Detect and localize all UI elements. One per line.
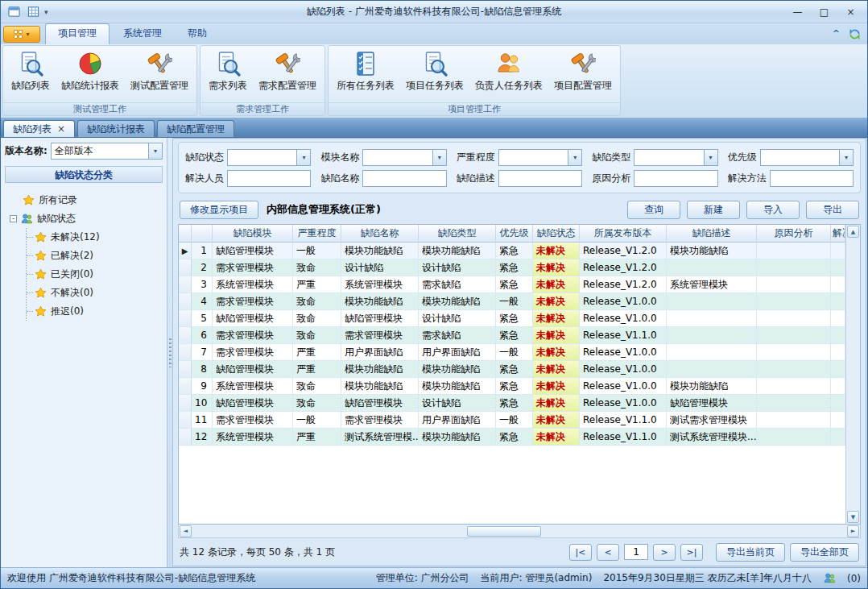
new-button[interactable]: 新建 [687,201,740,219]
defect-list-button[interactable]: 缺陷列表 [6,48,56,102]
filter-defect-type-field[interactable] [634,150,703,165]
filter-priority-input[interactable]: ▾ [760,149,854,166]
page-next-button[interactable]: > [653,544,676,561]
filter-resolver-field[interactable] [228,171,310,186]
grid-view-icon[interactable] [25,5,41,19]
tree-all-records[interactable]: 所有记录 [6,191,161,209]
hscroll-track[interactable] [192,526,846,537]
defect-report-button[interactable]: 缺陷统计报表 [56,48,125,102]
filter-cause-analysis-field[interactable] [634,171,717,186]
filter-defect-type-input[interactable]: ▾ [634,149,717,166]
filter-defect-name-input[interactable] [362,170,446,187]
header-col-solution[interactable]: 解决方法 [831,225,845,243]
page-prev-button[interactable]: < [597,544,619,561]
filter-priority-field[interactable] [761,150,839,165]
query-button[interactable]: 查询 [627,201,680,219]
filter-severity-input[interactable]: ▾ [498,149,582,166]
vertical-scrollbar[interactable]: ▲ ▼ [845,225,860,524]
doc-tab-defect-report[interactable]: 缺陷统计报表 [77,120,155,137]
version-combobox[interactable]: 全部版本 ▾ [51,143,163,160]
chevron-down-icon[interactable]: ▾ [432,150,446,165]
project-tasks-button[interactable]: 项目任务列表 [400,48,469,102]
sync-icon[interactable] [846,27,862,41]
table-row[interactable]: 8缺陷管理模块严重模块功能缺陷模块功能缺陷紧急未解决Release_V1.0.0 [179,361,845,378]
header-col-description[interactable]: 缺陷描述 [667,225,757,243]
filter-cause-analysis-input[interactable] [634,170,717,187]
hscroll-thumb[interactable] [467,526,541,537]
header-col-cause[interactable]: 原因分析 [757,225,831,243]
export-button[interactable]: 导出 [806,201,859,219]
table-row[interactable]: 4需求管理模块致命模块功能缺陷模块功能缺陷一般未解决Release_V1.0.0 [179,293,845,310]
filter-defect-desc-input[interactable] [498,170,582,187]
collapse-node-icon[interactable]: - [10,215,17,222]
maximize-button[interactable]: □ [812,4,836,19]
table-row[interactable]: 12系统管理模块严重测试系统管理模...模块功能缺陷紧急未解决Release_V… [179,429,845,446]
scroll-up-icon[interactable]: ▲ [847,226,859,238]
chevron-down-icon[interactable]: ▾ [704,150,717,165]
filter-defect-name-field[interactable] [363,171,445,186]
ribbon-collapse-icon[interactable]: ^ [833,30,840,38]
modify-display-button[interactable]: 修改显示项目 [180,201,258,219]
chevron-down-icon[interactable]: ▾ [296,150,310,165]
scroll-down-icon[interactable]: ▼ [847,511,859,523]
table-row[interactable]: 3系统管理模块严重系统管理模块需求缺陷紧急未解决Release_V1.2.0系统… [179,276,845,293]
test-config-button[interactable]: 测试配置管理 [125,48,194,102]
filter-solution-field[interactable] [771,171,853,186]
owner-tasks-button[interactable]: 负责人任务列表 [469,48,548,102]
filter-defect-status-input[interactable]: ▾ [227,149,311,166]
doc-tab-defect-list[interactable]: 缺陷列表× [3,120,75,137]
page-number-input[interactable] [624,544,648,560]
filter-severity-field[interactable] [499,150,568,165]
header-col-severity[interactable]: 严重程度 [293,225,341,243]
tree-deferred[interactable]: 推迟(0) [27,302,161,321]
header-col-priority[interactable]: 优先级 [496,225,533,243]
qat-dropdown-icon[interactable]: ▾ [44,8,48,16]
table-row[interactable]: ▶1缺陷管理模块一般模块功能缺陷模块功能缺陷紧急未解决Release_V1.2.… [179,243,845,259]
requirement-config-button[interactable]: 需求配置管理 [253,48,322,102]
all-tasks-button[interactable]: 所有任务列表 [331,48,400,102]
tree-wontfix[interactable]: 不解决(0) [27,284,161,302]
export-current-page-button[interactable]: 导出当前页 [716,543,785,562]
header-col-defect-type[interactable]: 缺陷类型 [419,225,496,243]
tab-project-management[interactable]: 项目管理 [45,23,110,44]
page-first-button[interactable]: |< [569,544,592,561]
chevron-down-icon[interactable]: ▾ [839,150,853,165]
table-row[interactable]: 10缺陷管理模块致命缺陷管理模块设计缺陷紧急未解决Release_V1.0.0缺… [179,395,845,412]
export-all-pages-button[interactable]: 导出全部页 [790,543,859,562]
tree-unresolved[interactable]: 未解决(12) [27,228,161,247]
chevron-down-icon[interactable]: ▾ [568,150,581,165]
scroll-right-icon[interactable]: ► [847,525,859,537]
filter-resolver-input[interactable] [227,170,311,187]
header-col-release[interactable]: 所属发布版本 [580,225,667,243]
requirement-list-button[interactable]: 需求列表 [203,48,253,102]
filter-solution-input[interactable] [770,170,854,187]
table-row[interactable]: 6需求管理模块致命需求管理模块需求缺陷紧急未解决Release_V1.1.0 [179,327,845,344]
scroll-left-icon[interactable]: ◄ [180,525,192,537]
header-col-module[interactable]: 缺陷模块 [213,225,293,243]
filter-module-name-input[interactable]: ▾ [362,149,446,166]
application-menu-button[interactable]: ▾ [3,26,40,43]
app-window-icon[interactable] [6,5,22,19]
filter-defect-desc-field[interactable] [499,171,581,186]
tree-closed[interactable]: 已关闭(0) [27,265,161,284]
minimize-button[interactable]: — [786,4,809,19]
table-row[interactable]: 2需求管理模块致命设计缺陷设计缺陷紧急未解决Release_V1.2.0 [179,259,845,276]
project-config-button[interactable]: 项目配置管理 [548,48,618,102]
filter-defect-status-field[interactable] [228,150,296,165]
tree-defect-status[interactable]: -缺陷状态 [6,209,161,228]
doc-tab-defect-config[interactable]: 缺陷配置管理 [157,120,234,137]
header-col-defect-name[interactable]: 缺陷名称 [341,225,419,243]
tab-help[interactable]: 帮助 [176,23,219,44]
table-row[interactable]: 11需求管理模块一般需求管理模块用户界面缺陷一般未解决Release_V1.1.… [179,412,845,429]
chevron-down-icon[interactable]: ▾ [148,143,162,159]
table-row[interactable]: 9系统管理模块致命模块功能缺陷模块功能缺陷紧急未解决Release_V1.0.0… [179,378,845,395]
filter-module-name-field[interactable] [363,150,432,165]
import-button[interactable]: 导入 [746,201,800,219]
page-last-button[interactable]: >| [680,544,703,561]
splitter[interactable] [167,138,173,567]
table-row[interactable]: 5缺陷管理模块致命缺陷管理模块设计缺陷紧急未解决Release_V1.0.0 [179,310,845,327]
header-col-status[interactable]: 缺陷状态 [533,225,580,243]
tree-resolved[interactable]: 已解决(2) [27,247,161,265]
horizontal-scrollbar[interactable]: ◄ ► [178,525,861,538]
tab-system-management[interactable]: 系统管理 [111,23,174,44]
